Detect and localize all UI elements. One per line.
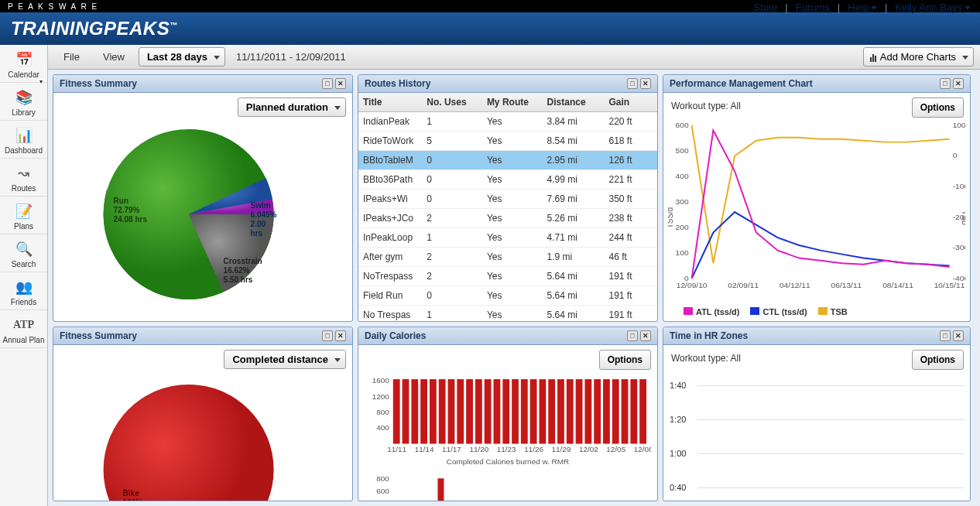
metric-dropdown[interactable]: Planned duration <box>238 97 346 117</box>
chevron-down-icon <box>871 6 877 10</box>
sidebar-item-label: Calendar <box>8 70 39 79</box>
panel-title: Fitness Summary <box>60 78 137 89</box>
library-icon: 📚 <box>15 87 33 108</box>
sidebar-item-dashboard[interactable]: 📊Dashboard <box>0 121 47 159</box>
table-row[interactable]: BBtoTableM0Yes2.95 mi126 ft <box>358 151 657 170</box>
svg-rect-43 <box>557 379 564 443</box>
svg-text:06/13/11: 06/13/11 <box>831 281 862 289</box>
metric-dropdown[interactable]: Completed distance <box>224 350 346 369</box>
yaxis-right-label: TSB <box>961 210 965 225</box>
svg-rect-27 <box>411 379 418 443</box>
options-button[interactable]: Options <box>912 350 964 370</box>
header-links: Store| Forums| Help| Kelly Ann Bays <box>752 2 972 13</box>
close-icon[interactable]: ✕ <box>640 78 651 89</box>
svg-rect-35 <box>485 379 492 443</box>
maximize-icon[interactable]: □ <box>627 330 638 341</box>
forums-link[interactable]: Forums <box>794 2 831 13</box>
help-menu[interactable]: Help <box>846 2 879 13</box>
sidebar-item-friends[interactable]: 👥Friends <box>0 272 47 310</box>
col-distance[interactable]: Distance <box>543 93 605 112</box>
close-icon[interactable]: ✕ <box>335 330 346 341</box>
sidebar-item-label: Annual Plan <box>3 336 45 344</box>
table-row[interactable]: After gym2Yes1.9 mi46 ft <box>358 248 657 267</box>
panel-title: Time in HR Zones <box>670 330 748 341</box>
dashboard-icon: 📊 <box>15 125 33 145</box>
sidebar-item-plans[interactable]: 📝Plans <box>0 197 47 234</box>
slice-run-val: 24.08 hrs <box>114 215 147 224</box>
svg-rect-25 <box>393 379 400 443</box>
svg-point-20 <box>104 385 274 501</box>
svg-rect-31 <box>448 379 455 443</box>
hr-chart: 1:401:201:000:40 <box>670 374 964 501</box>
close-icon[interactable]: ✕ <box>953 78 964 89</box>
table-row[interactable]: RideToWork5Yes8.54 mi618 ft <box>358 132 657 151</box>
svg-rect-49 <box>612 379 619 443</box>
table-row[interactable]: BBto36Path0Yes4.99 mi221 ft <box>358 170 657 190</box>
panel-title: Fitness Summary <box>60 330 137 341</box>
table-row[interactable]: No Trespas1Yes5.64 mi191 ft <box>358 306 657 322</box>
panel-routes-history: Routes History □ ✕ Title No. Uses My Rou… <box>358 74 658 322</box>
sidebar-item-routes[interactable]: ↝Routes <box>0 159 47 197</box>
col-title[interactable]: Title <box>358 93 422 112</box>
svg-rect-26 <box>403 379 409 443</box>
date-range-dropdown[interactable]: Last 28 days <box>139 47 225 67</box>
svg-rect-28 <box>420 379 427 443</box>
svg-rect-41 <box>539 379 546 443</box>
svg-text:10/15/11: 10/15/11 <box>934 281 965 289</box>
table-row[interactable]: IPeaks+JCo2Yes5.26 mi238 ft <box>358 209 657 228</box>
table-row[interactable]: InPeakLoop1Yes4.71 mi244 ft <box>358 228 657 248</box>
store-link[interactable]: Store <box>752 2 779 13</box>
sidebar-item-label: Search <box>12 260 36 268</box>
slice-run-name: Run <box>114 197 128 205</box>
hr-ytick: 1:20 <box>670 415 686 424</box>
panel-title: Daily Calories <box>365 330 426 341</box>
sidebar-item-atp[interactable]: ATPAnnual Plan <box>0 310 47 348</box>
maximize-icon[interactable]: □ <box>627 78 638 89</box>
col-gain[interactable]: Gain <box>604 93 657 112</box>
svg-rect-46 <box>584 379 591 443</box>
svg-rect-32 <box>457 379 464 443</box>
col-my-route[interactable]: My Route <box>482 93 543 112</box>
close-icon[interactable]: ✕ <box>953 330 964 341</box>
svg-text:12/05: 12/05 <box>606 446 625 453</box>
sidebar-item-search[interactable]: 🔍Search <box>0 234 47 272</box>
maximize-icon[interactable]: □ <box>322 330 333 341</box>
routes-icon: ↝ <box>18 163 29 183</box>
file-menu[interactable]: File <box>54 48 89 66</box>
table-row[interactable]: IPeaks+Wi0Yes7.69 mi350 ft <box>358 190 657 209</box>
workout-type-label: Workout type: All <box>671 101 741 111</box>
add-more-charts-button[interactable]: Add More Charts <box>863 47 974 67</box>
table-row[interactable]: NoTrespass2Yes5.64 mi191 ft <box>358 267 657 286</box>
svg-rect-42 <box>548 379 555 443</box>
sidebar-item-label: Dashboard <box>5 146 43 155</box>
close-icon[interactable]: ✕ <box>640 330 651 341</box>
table-header-row: Title No. Uses My Route Distance Gain <box>358 93 657 112</box>
svg-text:08/14/11: 08/14/11 <box>882 281 913 289</box>
svg-text:11/29: 11/29 <box>552 446 571 453</box>
maximize-icon[interactable]: □ <box>322 78 333 89</box>
options-button[interactable]: Options <box>912 97 964 118</box>
svg-rect-40 <box>530 379 537 443</box>
user-menu[interactable]: Kelly Ann Bays <box>893 2 972 13</box>
col-uses[interactable]: No. Uses <box>422 93 482 112</box>
svg-text:11/11: 11/11 <box>387 446 406 453</box>
panel-hr-zones: Time in HR Zones □ ✕ Workout type: All O… <box>663 327 971 501</box>
svg-rect-52 <box>639 379 646 443</box>
maximize-icon[interactable]: □ <box>940 78 951 89</box>
yaxis-left-label: TSS/d <box>668 207 674 228</box>
app-logo: TRAININGPEAKS™ <box>11 18 178 39</box>
svg-text:600: 600 <box>676 121 689 129</box>
table-row[interactable]: IndianPeak1Yes3.84 mi220 ft <box>358 112 657 132</box>
bar-chart-icon <box>870 53 876 62</box>
options-button[interactable]: Options <box>599 350 651 370</box>
panel-title: Performance Management Chart <box>670 78 813 89</box>
sidebar-item-library[interactable]: 📚Library▾ <box>0 83 47 121</box>
sidebar-item-calendar[interactable]: 📅Calendar <box>0 45 47 83</box>
maximize-icon[interactable]: □ <box>940 330 951 341</box>
sidebar: 📅Calendar📚Library▾📊Dashboard↝Routes📝Plan… <box>0 45 48 506</box>
table-row[interactable]: Field Run0Yes5.64 mi191 ft <box>358 286 657 306</box>
close-icon[interactable]: ✕ <box>335 78 346 89</box>
friends-icon: 👥 <box>15 277 33 297</box>
view-menu[interactable]: View <box>94 48 134 66</box>
svg-rect-50 <box>622 379 629 443</box>
